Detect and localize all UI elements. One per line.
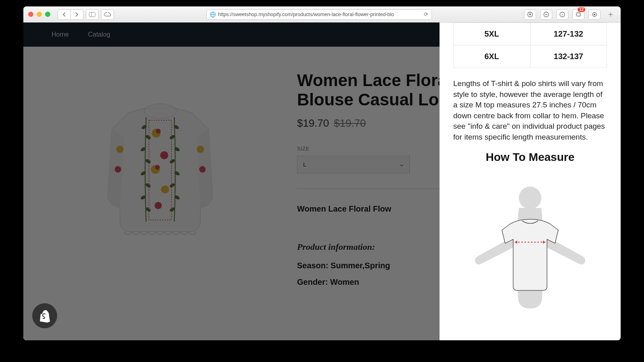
extension-icon-4[interactable] [588,9,601,20]
cloud-tabs-button[interactable] [101,9,114,20]
svg-rect-0 [89,12,95,16]
size-cell: 5XL [454,23,530,45]
forward-button[interactable] [70,9,83,20]
toolbar-right-icons: ? 12 [524,9,617,20]
shopify-badge[interactable] [32,303,57,328]
size-guide-text: Lengths of T-shirt & polo shirts will va… [453,78,607,143]
measure-illustration [462,176,599,313]
traffic-lights [28,12,50,17]
svg-text:?: ? [561,13,564,16]
range-cell: 132-137 [530,45,607,68]
extension-icon-1[interactable] [540,9,552,20]
size-table: 5XL 127-132 6XL 132-137 [453,23,607,68]
back-button[interactable] [58,9,70,20]
table-row: 6XL 132-137 [454,45,607,68]
range-cell: 127-132 [530,23,607,45]
extension-icon-3[interactable]: 12 [572,9,584,20]
viewport: Home Catalog [23,23,621,340]
minimize-window-icon[interactable] [37,12,42,17]
new-tab-button[interactable] [605,9,617,20]
globe-icon [210,12,216,17]
url-text: https://sweetshop.myshopify.com/products… [218,12,421,17]
svg-point-8 [594,14,595,15]
maximize-window-icon[interactable] [45,12,50,17]
shopify-icon [39,309,51,323]
browser-window: https://sweetshop.myshopify.com/products… [23,6,621,340]
nav-back-forward-group [58,9,83,20]
extension-icon-2[interactable]: ? [556,9,568,20]
sidebar-toggle-button[interactable] [86,9,99,20]
url-bar[interactable]: https://sweetshop.myshopify.com/products… [206,9,432,20]
size-cell: 6XL [454,45,530,68]
browser-toolbar: https://sweetshop.myshopify.com/products… [23,6,621,23]
measure-figure [453,176,607,313]
download-icon[interactable] [524,9,536,20]
svg-rect-6 [576,13,580,16]
how-to-measure-heading: How To Measure [453,151,607,164]
svg-point-38 [519,187,541,209]
close-window-icon[interactable] [28,12,33,17]
notification-badge: 12 [578,7,585,12]
table-row: 5XL 127-132 [454,23,607,45]
reload-icon[interactable]: ⟳ [424,11,428,17]
size-guide-panel: 5XL 127-132 6XL 132-137 Lengths of T-shi… [440,23,621,340]
